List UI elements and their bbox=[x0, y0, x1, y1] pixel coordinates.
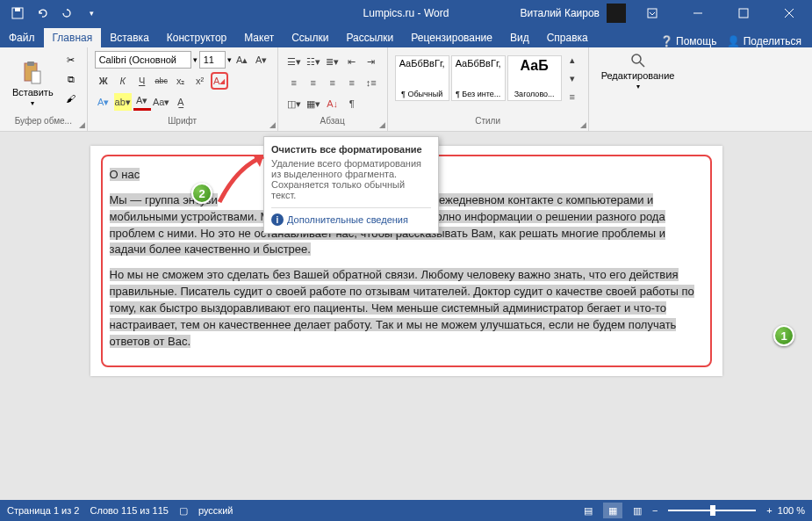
proofing-icon[interactable]: ▢ bbox=[179, 505, 188, 517]
tab-review[interactable]: Рецензирование bbox=[402, 28, 501, 47]
clipboard-launcher-icon[interactable]: ◢ bbox=[79, 120, 85, 129]
tab-home[interactable]: Главная bbox=[44, 28, 102, 47]
superscript-button[interactable]: x² bbox=[191, 72, 209, 90]
line-spacing-icon[interactable]: ↕≡ bbox=[363, 74, 380, 91]
group-editing: Редактирование ▾ bbox=[589, 47, 687, 131]
tab-design[interactable]: Конструктор bbox=[158, 28, 235, 47]
svg-rect-1 bbox=[15, 8, 20, 11]
styles-more-icon[interactable]: ≡ bbox=[564, 88, 581, 105]
highlight-icon[interactable]: ab▾ bbox=[114, 93, 132, 111]
styles-launcher-icon[interactable]: ◢ bbox=[580, 120, 586, 129]
numbering-icon[interactable]: ☷▾ bbox=[305, 53, 322, 70]
user-name[interactable]: Виталий Каиров bbox=[520, 7, 600, 19]
quick-access-toolbar: ▾ bbox=[0, 3, 109, 24]
web-layout-icon[interactable]: ▥ bbox=[628, 503, 647, 518]
read-mode-icon[interactable]: ▤ bbox=[578, 503, 598, 518]
align-left-icon[interactable]: ≡ bbox=[285, 74, 303, 91]
status-page[interactable]: Страница 1 из 2 bbox=[7, 505, 79, 516]
justify-icon[interactable]: ≡ bbox=[343, 74, 361, 91]
share-link[interactable]: 👤 Поделиться bbox=[727, 35, 801, 47]
bullets-icon[interactable]: ☰▾ bbox=[285, 53, 303, 70]
zoom-in-icon[interactable]: + bbox=[766, 505, 772, 516]
strike-button[interactable]: abc bbox=[153, 72, 170, 90]
increase-indent-icon[interactable]: ⇥ bbox=[363, 53, 380, 70]
font-name-combo[interactable]: Calibri (Основной bbox=[95, 51, 191, 69]
status-words[interactable]: Слово 115 из 115 bbox=[90, 505, 169, 516]
sort-icon[interactable]: A↓ bbox=[324, 95, 341, 112]
svg-rect-2 bbox=[648, 9, 657, 18]
shrink-font-icon[interactable]: A▾ bbox=[253, 51, 270, 69]
help-link[interactable]: ❔ Помощь bbox=[660, 35, 717, 47]
align-right-icon[interactable]: ≡ bbox=[324, 74, 341, 91]
tab-file[interactable]: Файл bbox=[0, 28, 44, 47]
italic-button[interactable]: К bbox=[114, 72, 132, 90]
group-label-clipboard: Буфер обме... bbox=[7, 116, 80, 127]
redo-icon[interactable] bbox=[56, 3, 77, 24]
bold-button[interactable]: Ж bbox=[95, 72, 112, 90]
shading-icon[interactable]: ◫▾ bbox=[285, 95, 303, 112]
status-language[interactable]: русский bbox=[198, 505, 233, 516]
zoom-level[interactable]: 100 % bbox=[778, 505, 805, 516]
tab-help[interactable]: Справка bbox=[538, 28, 597, 47]
tab-layout[interactable]: Макет bbox=[235, 28, 283, 47]
style-normal[interactable]: АаБбВвГг,¶ Обычный bbox=[395, 55, 449, 101]
avatar[interactable] bbox=[607, 4, 626, 23]
maximize-icon[interactable] bbox=[724, 0, 763, 26]
underline-button[interactable]: Ч bbox=[133, 72, 151, 90]
group-styles: АаБбВвГг,¶ Обычный АаБбВвГг,¶ Без инте..… bbox=[388, 47, 589, 131]
editing-button[interactable]: Редактирование ▾ bbox=[596, 51, 680, 92]
title-bar: ▾ Lumpics.ru - Word Виталий Каиров bbox=[0, 0, 812, 26]
subscript-button[interactable]: x₂ bbox=[172, 72, 190, 90]
group-label-styles: Стили bbox=[395, 116, 581, 127]
group-paragraph: ☰▾ ☷▾ ≣▾ ⇤ ⇥ ≡ ≡ ≡ ≡ ↕≡ ◫▾ ▦▾ A↓ ¶ Абзац… bbox=[278, 47, 388, 131]
tab-mailings[interactable]: Рассылки bbox=[337, 28, 402, 47]
svg-rect-8 bbox=[27, 62, 34, 66]
autosave-icon[interactable] bbox=[7, 3, 28, 24]
group-clipboard: Вставить ▾ ✂ ⧉ 🖌 Буфер обме... ◢ bbox=[0, 47, 88, 131]
doc-paragraph-2[interactable]: Но мы не сможем это сделать без Вашей об… bbox=[110, 267, 703, 350]
window-title: Lumpics.ru - Word bbox=[363, 7, 449, 19]
group-label-paragraph: Абзац bbox=[285, 116, 380, 127]
clear-formatting-button[interactable]: A◢ bbox=[211, 72, 228, 90]
doc-heading[interactable]: О нас bbox=[110, 168, 140, 181]
font-launcher-icon[interactable]: ◢ bbox=[269, 120, 276, 129]
zoom-out-icon[interactable]: − bbox=[652, 505, 658, 516]
style-heading[interactable]: АаБЗаголово... bbox=[507, 55, 562, 101]
paste-button[interactable]: Вставить ▾ bbox=[7, 51, 59, 116]
minimize-icon[interactable] bbox=[679, 0, 717, 26]
callout-1: 1 bbox=[773, 325, 794, 346]
annotation-arrow bbox=[211, 149, 281, 211]
tooltip-more-link[interactable]: i Дополнительные сведения bbox=[271, 207, 431, 226]
close-icon[interactable] bbox=[770, 0, 808, 26]
tab-view[interactable]: Вид bbox=[501, 28, 538, 47]
tab-insert[interactable]: Вставка bbox=[101, 28, 158, 47]
svg-rect-9 bbox=[32, 71, 40, 83]
tab-references[interactable]: Ссылки bbox=[283, 28, 337, 47]
format-painter-icon[interactable]: 🖌 bbox=[62, 90, 80, 107]
text-effects-icon[interactable]: A▾ bbox=[95, 93, 112, 111]
align-center-icon[interactable]: ≡ bbox=[305, 74, 322, 91]
styles-up-icon[interactable]: ▴ bbox=[564, 51, 581, 69]
tooltip-body: Удаление всего форматирования из выделен… bbox=[271, 158, 431, 200]
borders-icon[interactable]: ▦▾ bbox=[305, 95, 322, 112]
copy-icon[interactable]: ⧉ bbox=[62, 70, 80, 88]
multilevel-icon[interactable]: ≣▾ bbox=[324, 53, 341, 70]
zoom-slider[interactable] bbox=[668, 510, 756, 511]
paragraph-launcher-icon[interactable]: ◢ bbox=[379, 120, 385, 129]
show-marks-icon[interactable]: ¶ bbox=[343, 95, 361, 112]
ribbon-options-icon[interactable] bbox=[633, 0, 672, 26]
cut-icon[interactable]: ✂ bbox=[62, 51, 80, 69]
qat-dropdown-icon[interactable]: ▾ bbox=[81, 3, 102, 24]
styles-down-icon[interactable]: ▾ bbox=[564, 69, 581, 87]
font-color-icon[interactable]: A▾ bbox=[133, 93, 151, 111]
undo-icon[interactable] bbox=[32, 3, 53, 24]
grow-font-icon[interactable]: A▴ bbox=[234, 51, 251, 69]
char-border-icon[interactable]: A̲ bbox=[172, 93, 190, 111]
style-no-spacing[interactable]: АаБбВвГг,¶ Без инте... bbox=[451, 55, 506, 101]
decrease-indent-icon[interactable]: ⇤ bbox=[343, 53, 361, 70]
status-bar: Страница 1 из 2 Слово 115 из 115 ▢ русск… bbox=[0, 500, 812, 521]
svg-line-11 bbox=[640, 62, 644, 67]
change-case-icon[interactable]: Aa▾ bbox=[153, 93, 170, 111]
font-size-combo[interactable]: 11 bbox=[199, 51, 226, 69]
print-layout-icon[interactable]: ▦ bbox=[603, 503, 622, 518]
